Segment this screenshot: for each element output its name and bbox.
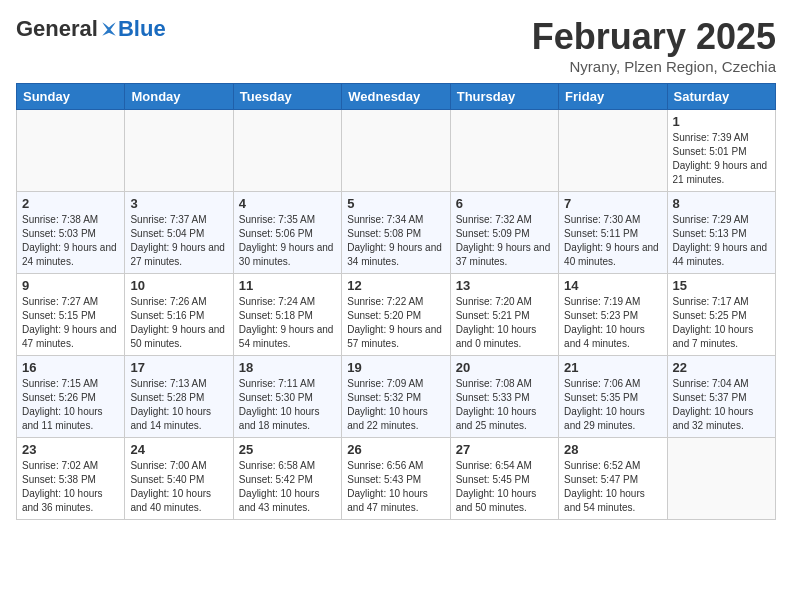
day-number: 18 <box>239 360 336 375</box>
calendar-cell: 5Sunrise: 7:34 AM Sunset: 5:08 PM Daylig… <box>342 192 450 274</box>
day-info: Sunrise: 7:17 AM Sunset: 5:25 PM Dayligh… <box>673 295 770 351</box>
weekday-header-saturday: Saturday <box>667 84 775 110</box>
calendar-cell: 21Sunrise: 7:06 AM Sunset: 5:35 PM Dayli… <box>559 356 667 438</box>
calendar-cell: 18Sunrise: 7:11 AM Sunset: 5:30 PM Dayli… <box>233 356 341 438</box>
calendar-cell: 28Sunrise: 6:52 AM Sunset: 5:47 PM Dayli… <box>559 438 667 520</box>
calendar-week-row: 9Sunrise: 7:27 AM Sunset: 5:15 PM Daylig… <box>17 274 776 356</box>
day-info: Sunrise: 6:56 AM Sunset: 5:43 PM Dayligh… <box>347 459 444 515</box>
day-number: 12 <box>347 278 444 293</box>
day-info: Sunrise: 7:06 AM Sunset: 5:35 PM Dayligh… <box>564 377 661 433</box>
calendar-cell: 14Sunrise: 7:19 AM Sunset: 5:23 PM Dayli… <box>559 274 667 356</box>
calendar-cell <box>559 110 667 192</box>
calendar-cell: 11Sunrise: 7:24 AM Sunset: 5:18 PM Dayli… <box>233 274 341 356</box>
day-number: 2 <box>22 196 119 211</box>
calendar-cell <box>233 110 341 192</box>
calendar-cell: 15Sunrise: 7:17 AM Sunset: 5:25 PM Dayli… <box>667 274 775 356</box>
day-number: 10 <box>130 278 227 293</box>
calendar-cell: 4Sunrise: 7:35 AM Sunset: 5:06 PM Daylig… <box>233 192 341 274</box>
calendar-cell <box>342 110 450 192</box>
weekday-header-thursday: Thursday <box>450 84 558 110</box>
day-number: 1 <box>673 114 770 129</box>
day-info: Sunrise: 7:37 AM Sunset: 5:04 PM Dayligh… <box>130 213 227 269</box>
day-info: Sunrise: 7:15 AM Sunset: 5:26 PM Dayligh… <box>22 377 119 433</box>
calendar-week-row: 16Sunrise: 7:15 AM Sunset: 5:26 PM Dayli… <box>17 356 776 438</box>
day-number: 24 <box>130 442 227 457</box>
day-info: Sunrise: 6:54 AM Sunset: 5:45 PM Dayligh… <box>456 459 553 515</box>
day-number: 23 <box>22 442 119 457</box>
day-number: 17 <box>130 360 227 375</box>
day-info: Sunrise: 7:20 AM Sunset: 5:21 PM Dayligh… <box>456 295 553 351</box>
day-info: Sunrise: 6:58 AM Sunset: 5:42 PM Dayligh… <box>239 459 336 515</box>
day-number: 6 <box>456 196 553 211</box>
weekday-header-friday: Friday <box>559 84 667 110</box>
day-number: 28 <box>564 442 661 457</box>
day-number: 7 <box>564 196 661 211</box>
day-number: 9 <box>22 278 119 293</box>
calendar-cell: 2Sunrise: 7:38 AM Sunset: 5:03 PM Daylig… <box>17 192 125 274</box>
day-info: Sunrise: 7:11 AM Sunset: 5:30 PM Dayligh… <box>239 377 336 433</box>
day-info: Sunrise: 7:24 AM Sunset: 5:18 PM Dayligh… <box>239 295 336 351</box>
day-number: 11 <box>239 278 336 293</box>
day-number: 19 <box>347 360 444 375</box>
day-number: 20 <box>456 360 553 375</box>
calendar-cell <box>125 110 233 192</box>
day-number: 22 <box>673 360 770 375</box>
day-info: Sunrise: 7:35 AM Sunset: 5:06 PM Dayligh… <box>239 213 336 269</box>
calendar-cell: 22Sunrise: 7:04 AM Sunset: 5:37 PM Dayli… <box>667 356 775 438</box>
weekday-header-wednesday: Wednesday <box>342 84 450 110</box>
day-info: Sunrise: 7:13 AM Sunset: 5:28 PM Dayligh… <box>130 377 227 433</box>
day-info: Sunrise: 7:08 AM Sunset: 5:33 PM Dayligh… <box>456 377 553 433</box>
calendar-cell: 10Sunrise: 7:26 AM Sunset: 5:16 PM Dayli… <box>125 274 233 356</box>
day-number: 25 <box>239 442 336 457</box>
day-number: 13 <box>456 278 553 293</box>
day-info: Sunrise: 7:34 AM Sunset: 5:08 PM Dayligh… <box>347 213 444 269</box>
logo: General Blue <box>16 16 166 42</box>
day-info: Sunrise: 7:22 AM Sunset: 5:20 PM Dayligh… <box>347 295 444 351</box>
calendar-cell: 1Sunrise: 7:39 AM Sunset: 5:01 PM Daylig… <box>667 110 775 192</box>
day-info: Sunrise: 7:39 AM Sunset: 5:01 PM Dayligh… <box>673 131 770 187</box>
day-number: 8 <box>673 196 770 211</box>
calendar-header-row: SundayMondayTuesdayWednesdayThursdayFrid… <box>17 84 776 110</box>
logo-bird-icon <box>100 20 118 38</box>
calendar-week-row: 2Sunrise: 7:38 AM Sunset: 5:03 PM Daylig… <box>17 192 776 274</box>
calendar-week-row: 1Sunrise: 7:39 AM Sunset: 5:01 PM Daylig… <box>17 110 776 192</box>
weekday-header-monday: Monday <box>125 84 233 110</box>
day-info: Sunrise: 7:29 AM Sunset: 5:13 PM Dayligh… <box>673 213 770 269</box>
calendar-cell: 16Sunrise: 7:15 AM Sunset: 5:26 PM Dayli… <box>17 356 125 438</box>
day-number: 3 <box>130 196 227 211</box>
calendar-cell: 26Sunrise: 6:56 AM Sunset: 5:43 PM Dayli… <box>342 438 450 520</box>
day-info: Sunrise: 7:26 AM Sunset: 5:16 PM Dayligh… <box>130 295 227 351</box>
calendar-cell: 23Sunrise: 7:02 AM Sunset: 5:38 PM Dayli… <box>17 438 125 520</box>
day-info: Sunrise: 7:19 AM Sunset: 5:23 PM Dayligh… <box>564 295 661 351</box>
day-info: Sunrise: 7:38 AM Sunset: 5:03 PM Dayligh… <box>22 213 119 269</box>
day-number: 5 <box>347 196 444 211</box>
page-header: General Blue February 2025 Nyrany, Plzen… <box>16 16 776 75</box>
day-info: Sunrise: 7:30 AM Sunset: 5:11 PM Dayligh… <box>564 213 661 269</box>
calendar-cell: 9Sunrise: 7:27 AM Sunset: 5:15 PM Daylig… <box>17 274 125 356</box>
day-info: Sunrise: 7:00 AM Sunset: 5:40 PM Dayligh… <box>130 459 227 515</box>
calendar-cell: 13Sunrise: 7:20 AM Sunset: 5:21 PM Dayli… <box>450 274 558 356</box>
day-number: 15 <box>673 278 770 293</box>
weekday-header-sunday: Sunday <box>17 84 125 110</box>
day-info: Sunrise: 7:04 AM Sunset: 5:37 PM Dayligh… <box>673 377 770 433</box>
calendar-cell: 19Sunrise: 7:09 AM Sunset: 5:32 PM Dayli… <box>342 356 450 438</box>
calendar-week-row: 23Sunrise: 7:02 AM Sunset: 5:38 PM Dayli… <box>17 438 776 520</box>
day-number: 21 <box>564 360 661 375</box>
day-info: Sunrise: 7:32 AM Sunset: 5:09 PM Dayligh… <box>456 213 553 269</box>
location-text: Nyrany, Plzen Region, Czechia <box>532 58 776 75</box>
logo-general-text: General <box>16 16 98 42</box>
calendar-cell: 12Sunrise: 7:22 AM Sunset: 5:20 PM Dayli… <box>342 274 450 356</box>
day-info: Sunrise: 7:09 AM Sunset: 5:32 PM Dayligh… <box>347 377 444 433</box>
day-number: 16 <box>22 360 119 375</box>
title-block: February 2025 Nyrany, Plzen Region, Czec… <box>532 16 776 75</box>
calendar-cell: 20Sunrise: 7:08 AM Sunset: 5:33 PM Dayli… <box>450 356 558 438</box>
logo-blue-text: Blue <box>118 16 166 42</box>
calendar-cell: 3Sunrise: 7:37 AM Sunset: 5:04 PM Daylig… <box>125 192 233 274</box>
calendar-cell: 24Sunrise: 7:00 AM Sunset: 5:40 PM Dayli… <box>125 438 233 520</box>
day-info: Sunrise: 7:27 AM Sunset: 5:15 PM Dayligh… <box>22 295 119 351</box>
calendar-cell: 7Sunrise: 7:30 AM Sunset: 5:11 PM Daylig… <box>559 192 667 274</box>
day-info: Sunrise: 6:52 AM Sunset: 5:47 PM Dayligh… <box>564 459 661 515</box>
day-number: 27 <box>456 442 553 457</box>
day-number: 14 <box>564 278 661 293</box>
day-number: 26 <box>347 442 444 457</box>
